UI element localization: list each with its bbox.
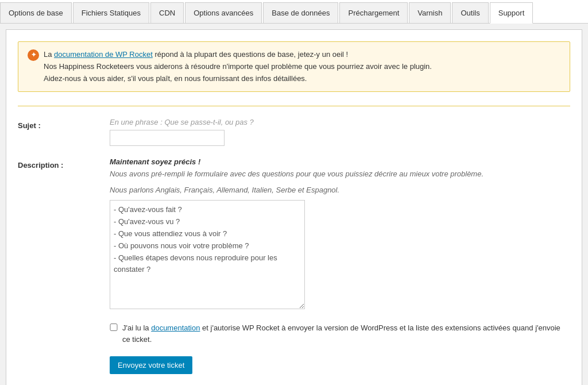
consent-doc-link[interactable]: documentation (151, 324, 200, 332)
description-bold: Maintenant soyez précis ! (110, 157, 570, 166)
info-line3: Aidez-nous à vous aider, s'il vous plaît… (44, 74, 307, 83)
info-text: La documentation de WP Rocket répond à l… (44, 49, 432, 84)
subject-input[interactable] (110, 130, 225, 146)
tabs-bar: Options de base Fichiers Statiques CDN O… (0, 0, 588, 24)
consent-checkbox[interactable] (110, 324, 118, 331)
section-divider (18, 106, 570, 106)
tab-varnish[interactable]: Varnish (409, 2, 451, 23)
rocket-icon: ✦ (28, 49, 39, 61)
subject-label: Sujet : (18, 118, 110, 130)
tab-cdn[interactable]: CDN (150, 2, 184, 23)
description-textarea[interactable]: - Qu'avez-vous fait ? - Qu'avez-vous vu … (110, 200, 305, 309)
info-prefix: La (44, 50, 54, 59)
tab-prechargement[interactable]: Préchargement (339, 2, 408, 23)
description-label: Description : (18, 157, 110, 170)
tab-options-de-base[interactable]: Options de base (0, 2, 72, 23)
tab-options-avancees[interactable]: Options avancées (185, 2, 262, 23)
info-box: ✦ La documentation de WP Rocket répond à… (18, 41, 570, 92)
consent-text: J'ai lu la documentation et j'autorise W… (122, 322, 570, 345)
submit-button[interactable]: Envoyez votre ticket (110, 356, 192, 374)
subject-field: En une phrase : Que se passe-t-il, ou pa… (110, 118, 570, 146)
content-area: ✦ La documentation de WP Rocket répond à… (6, 29, 582, 385)
description-field: Maintenant soyez précis ! Nous avons pré… (110, 157, 570, 311)
info-line1: répond à la plupart des questions de bas… (153, 50, 348, 59)
tab-base-de-donnees[interactable]: Base de données (263, 2, 338, 23)
consent-prefix: J'ai lu la (122, 324, 151, 332)
subject-hint: En une phrase : Que se passe-t-il, ou pa… (110, 118, 570, 126)
description-row: Description : Maintenant soyez précis ! … (18, 157, 570, 311)
tab-fichiers-statiques[interactable]: Fichiers Statiques (73, 2, 149, 23)
page-wrapper: Options de base Fichiers Statiques CDN O… (0, 0, 588, 385)
tab-support[interactable]: Support (490, 2, 533, 24)
info-line2: Nos Happiness Rocketeers vous aiderons à… (44, 62, 432, 71)
info-doc-link[interactable]: documentation de WP Rocket (54, 50, 153, 59)
subject-row: Sujet : En une phrase : Que se passe-t-i… (18, 118, 570, 146)
consent-row: J'ai lu la documentation et j'autorise W… (18, 322, 570, 345)
description-italic2: Nous parlons Anglais, Français, Allemand… (110, 184, 570, 196)
description-italic1: Nous avons pré-rempli le formulaire avec… (110, 168, 570, 180)
tab-outils[interactable]: Outils (452, 2, 488, 23)
